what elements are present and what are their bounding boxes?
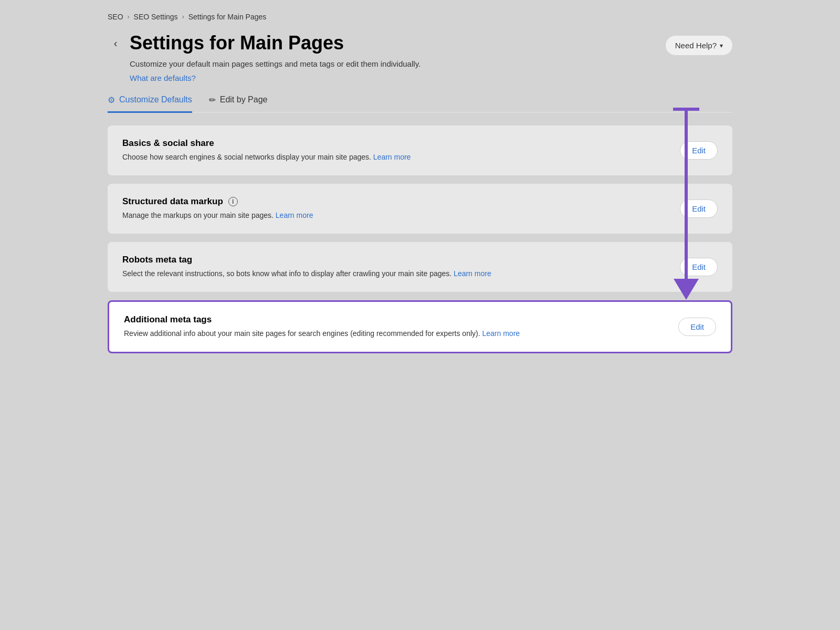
breadcrumb-seo-settings[interactable]: SEO Settings — [134, 13, 178, 21]
page-title: Settings for Main Pages — [130, 32, 344, 54]
additional-card-description: Review additional info about your main s… — [124, 328, 596, 339]
tab-edit-by-page-label: Edit by Page — [220, 95, 268, 104]
need-help-chevron-icon: ▾ — [720, 42, 723, 49]
pencil-icon: ✏ — [209, 95, 216, 105]
structured-card-content: Structured data markup i Manage the mark… — [122, 196, 667, 221]
structured-card-description: Manage the markups on your main site pag… — [122, 210, 595, 221]
additional-card-title: Additional meta tags — [124, 314, 666, 325]
info-icon[interactable]: i — [228, 197, 238, 206]
robots-card-title: Robots meta tag — [122, 255, 667, 265]
basics-edit-button[interactable]: Edit — [680, 141, 718, 160]
page-description: Customize your default main pages settin… — [130, 58, 732, 70]
structured-card: Structured data markup i Manage the mark… — [108, 184, 732, 234]
structured-card-title: Structured data markup i — [122, 196, 667, 207]
need-help-label: Need Help? — [675, 41, 717, 50]
structured-edit-button[interactable]: Edit — [680, 200, 718, 218]
breadcrumb-current: Settings for Main Pages — [188, 13, 267, 21]
robots-learn-more-link[interactable]: Learn more — [454, 269, 491, 278]
breadcrumb-sep-1: › — [128, 13, 130, 20]
structured-learn-more-link[interactable]: Learn more — [276, 211, 313, 219]
back-button[interactable]: ‹ — [108, 34, 123, 52]
basics-learn-more-link[interactable]: Learn more — [373, 153, 411, 161]
tab-edit-by-page[interactable]: ✏ Edit by Page — [209, 95, 268, 113]
additional-edit-button[interactable]: Edit — [678, 318, 716, 336]
robots-edit-button[interactable]: Edit — [680, 258, 718, 276]
basics-card-description: Choose how search engines & social netwo… — [122, 152, 595, 163]
what-are-defaults-link[interactable]: What are defaults? — [130, 74, 732, 82]
additional-card-content: Additional meta tags Review additional i… — [124, 314, 666, 339]
tabs-container: ⚙ Customize Defaults ✏ Edit by Page — [108, 95, 732, 113]
breadcrumb: SEO › SEO Settings › Settings for Main P… — [108, 13, 732, 21]
cards-container: Basics & social share Choose how search … — [108, 125, 732, 353]
basics-card: Basics & social share Choose how search … — [108, 125, 732, 175]
page-header: ‹ Settings for Main Pages Need Help? ▾ — [108, 32, 732, 55]
additional-card: Additional meta tags Review additional i… — [108, 300, 732, 353]
additional-learn-more-link[interactable]: Learn more — [482, 329, 520, 338]
basics-card-title: Basics & social share — [122, 138, 667, 149]
tab-customize-defaults-label: Customize Defaults — [119, 95, 192, 104]
robots-card: Robots meta tag Select the relevant inst… — [108, 242, 732, 292]
tab-customize-defaults[interactable]: ⚙ Customize Defaults — [108, 95, 192, 113]
gear-icon: ⚙ — [108, 95, 115, 105]
robots-card-content: Robots meta tag Select the relevant inst… — [122, 255, 667, 279]
robots-card-description: Select the relevant instructions, so bot… — [122, 268, 595, 279]
breadcrumb-seo[interactable]: SEO — [108, 13, 123, 21]
breadcrumb-sep-2: › — [182, 13, 184, 20]
need-help-button[interactable]: Need Help? ▾ — [666, 36, 732, 55]
basics-card-content: Basics & social share Choose how search … — [122, 138, 667, 163]
